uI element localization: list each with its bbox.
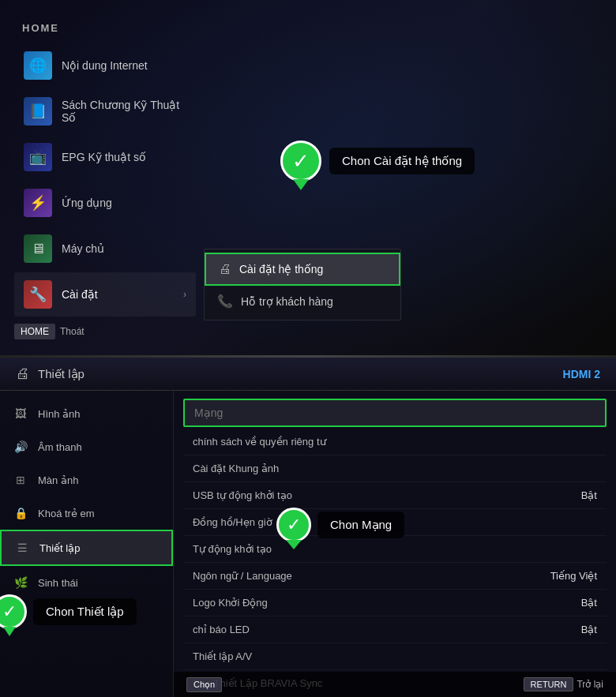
- callout-thiet-lap-text: Chon Thiết lập: [33, 598, 137, 625]
- menu-item-5[interactable]: 🔧 Cài đặt ›: [14, 272, 196, 317]
- thoat-label: Thoát: [60, 326, 85, 337]
- menu-icon-2: 📺: [24, 143, 52, 171]
- right-item-value-6: Bật: [581, 597, 597, 609]
- bottom-menu-item-4[interactable]: ☰ Thiết lập: [0, 530, 173, 566]
- hdmi-label: HDMI 2: [563, 368, 600, 380]
- menu-icon-4: 🖥: [24, 234, 52, 263]
- right-submenu: 🖨 Cài đặt hệ thống 📞 Hỗ trợ khách hàng: [204, 249, 401, 320]
- right-list-item-6[interactable]: Logo Khởi Động Bật: [183, 590, 607, 616]
- menu-item-label-4: Máy chủ: [62, 242, 104, 255]
- menu-item-label-5: Cài đặt: [62, 288, 98, 301]
- bottom-menu-label-3: Khoá trẻ em: [38, 508, 95, 519]
- mang-input[interactable]: [183, 399, 607, 427]
- right-list-item-1[interactable]: Cài đặt Khung ảnh: [183, 455, 607, 482]
- right-item-label-5: Ngôn ngữ / Language: [193, 570, 292, 582]
- home-bar: HOME Thoát: [14, 324, 85, 339]
- bottom-menu-item-0[interactable]: 🖼 Hình ảnh: [0, 397, 173, 430]
- submenu-label-1: Hỗ trợ khách hàng: [241, 295, 333, 308]
- right-item-label-8: Thiết lập A/V: [193, 650, 252, 662]
- right-item-label-6: Logo Khởi Động: [193, 597, 268, 609]
- menu-icon-3: ⚡: [24, 189, 52, 217]
- right-item-value-2: Bật: [581, 489, 597, 501]
- right-list-item-8[interactable]: Thiết lập A/V: [183, 643, 607, 670]
- top-section: HOME 🌐 Nội dung Internet 📘 Sách Chương K…: [0, 0, 616, 355]
- bottom-section: 🖼 Hình ảnh 🔊 Âm thanh ⊞ Màn ảnh 🔒 Khoá t…: [0, 391, 616, 697]
- right-item-label-4: Tự động khởi tạo: [193, 543, 272, 555]
- left-menu: 🌐 Nội dung Internet 📘 Sách Chương Kỹ Thu…: [14, 43, 196, 318]
- bottom-menu-label-5: Sinh thái: [38, 577, 78, 589]
- return-button[interactable]: RETURN: [524, 677, 574, 691]
- bottom-menu-icon-1: 🔊: [13, 439, 28, 455]
- menu-arrow-5: ›: [183, 289, 186, 300]
- menu-item-1[interactable]: 📘 Sách Chương Kỹ Thuật Số: [14, 89, 196, 133]
- callout-check-mang: ✓: [276, 508, 311, 542]
- right-item-label-1: Cài đặt Khung ảnh: [193, 463, 279, 474]
- right-list-item-2[interactable]: USB tự động khởi tạo Bật: [183, 482, 607, 509]
- menu-item-3[interactable]: ⚡ Ứng dụng: [14, 181, 196, 225]
- bottom-menu-icon-5: 🌿: [13, 575, 28, 590]
- callout-top-text: Chon Cài đặt hệ thống: [329, 148, 475, 174]
- thiết-lập-icon: 🖨: [16, 365, 30, 382]
- bottom-menu-icon-4: ☰: [14, 540, 30, 556]
- bottom-menu-label-0: Hình ảnh: [38, 408, 81, 420]
- right-list-item-7[interactable]: chỉ báo LED Bật: [183, 616, 607, 643]
- home-button[interactable]: HOME: [14, 324, 55, 339]
- bottom-left-menu: 🖼 Hình ảnh 🔊 Âm thanh ⊞ Màn ảnh 🔒 Khoá t…: [0, 391, 174, 697]
- submenu-label-0: Cài đặt hệ thống: [239, 263, 323, 275]
- menu-item-0[interactable]: 🌐 Nội dung Internet: [14, 43, 196, 88]
- menu-item-4[interactable]: 🖥 Máy chủ: [14, 227, 196, 271]
- bottom-right-content: chính sách về quyền riêng tư Cài đặt Khu…: [174, 391, 616, 697]
- bottom-menu-item-2[interactable]: ⊞ Màn ảnh: [0, 463, 173, 497]
- callout-mang: ✓ Chon Mạng: [276, 508, 404, 542]
- thiết-lập-title: Thiết lập: [38, 367, 563, 381]
- menu-item-label-2: EPG Kỹ thuật số: [62, 151, 146, 163]
- menu-item-label-1: Sách Chương Kỹ Thuật Số: [62, 99, 186, 124]
- submenu-item-1[interactable]: 📞 Hỗ trợ khách hàng: [205, 286, 400, 317]
- menu-icon-1: 📘: [24, 97, 52, 126]
- right-item-label-3: Đồng hồ/Hẹn giờ: [193, 516, 272, 528]
- callout-top: ✓ Chon Cài đặt hệ thống: [280, 141, 475, 182]
- middle-bar: 🖨 Thiết lập HDMI 2: [0, 358, 616, 391]
- bottom-menu-label-4: Thiết lập: [39, 542, 80, 554]
- callout-thiet-lap: ✓ Chon Thiết lập: [0, 594, 137, 629]
- right-list-item-5[interactable]: Ngôn ngữ / Language Tiếng Việt: [183, 563, 607, 590]
- bottom-bar-left: Chọn: [186, 677, 222, 692]
- right-item-value-5: Tiếng Việt: [550, 570, 597, 582]
- right-item-value-7: Bật: [581, 624, 597, 635]
- bottom-menu-icon-0: 🖼: [13, 406, 28, 422]
- bottom-menu-item-1[interactable]: 🔊 Âm thanh: [0, 430, 173, 463]
- menu-icon-5: 🔧: [24, 280, 52, 309]
- submenu-icon-0: 🖨: [219, 262, 231, 276]
- right-item-label-7: chỉ báo LED: [193, 624, 250, 635]
- chon-button[interactable]: Chọn: [186, 677, 222, 692]
- menu-icon-0: 🌐: [24, 51, 52, 80]
- submenu-item-0[interactable]: 🖨 Cài đặt hệ thống: [205, 253, 400, 286]
- submenu-icon-1: 📞: [217, 294, 233, 309]
- menu-item-label-3: Ứng dụng: [62, 197, 112, 209]
- bottom-menu-label-2: Màn ảnh: [38, 474, 78, 486]
- bottom-menu-icon-2: ⊞: [13, 472, 28, 488]
- return-label: Trở lại: [577, 679, 603, 690]
- bottom-bar-right: RETURN Trở lại: [524, 677, 603, 691]
- bottom-menu-label-1: Âm thanh: [38, 441, 82, 453]
- bottom-bar: Chọn RETURN Trở lại: [174, 672, 616, 697]
- menu-item-2[interactable]: 📺 EPG Kỹ thuật số: [14, 135, 196, 179]
- right-item-label-2: USB tự động khởi tạo: [193, 489, 292, 501]
- right-list-item-0[interactable]: chính sách về quyền riêng tư: [183, 429, 607, 455]
- callout-check-icon: ✓: [280, 141, 321, 182]
- bottom-menu-icon-3: 🔒: [13, 505, 28, 521]
- bottom-menu-item-3[interactable]: 🔒 Khoá trẻ em: [0, 497, 173, 530]
- callout-mang-text: Chon Mạng: [317, 512, 404, 538]
- menu-item-label-0: Nội dung Internet: [62, 59, 148, 72]
- callout-check-thiet-lap: ✓: [0, 594, 27, 629]
- right-item-label-0: chính sách về quyền riêng tư: [193, 436, 326, 448]
- home-label: HOME: [22, 22, 59, 34]
